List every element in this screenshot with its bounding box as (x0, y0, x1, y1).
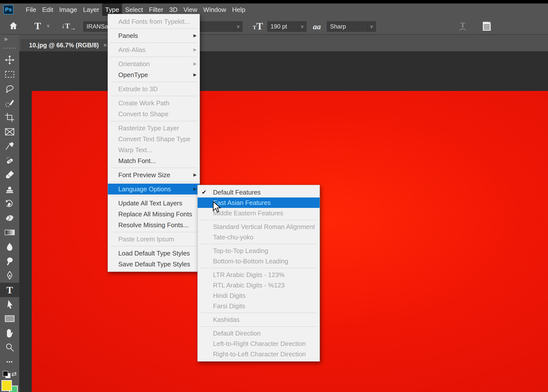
menu-item-orientation: Orientation▶ (108, 58, 200, 69)
menu-item-font-preview-size[interactable]: Font Preview Size▶ (108, 169, 200, 180)
menu-item-save-default-type-styles[interactable]: Save Default Type Styles (108, 259, 200, 270)
submenu-arrow-icon: ▶ (193, 69, 197, 80)
document-tab[interactable]: 10.jpg @ 66.7% (RGB/8) × (21, 39, 108, 51)
text-orientation-icon[interactable]: ↓ T → (60, 20, 77, 32)
swap-colors-icon[interactable]: ⇄ (11, 370, 17, 378)
brush-tool[interactable] (0, 168, 19, 182)
label: Warp Text... (118, 146, 152, 154)
close-icon[interactable]: × (103, 41, 107, 49)
frame-tool[interactable] (0, 125, 19, 139)
submenu-item-default-direction: Default Direction (198, 328, 320, 338)
toolbar-grip[interactable] (3, 48, 16, 49)
submenu-item-hindi-digits: Hindi Digits (198, 290, 320, 301)
type-tool[interactable]: T (0, 283, 19, 297)
photoshop-logo-text: Ps (5, 6, 12, 13)
menu-separator (110, 57, 197, 57)
label: LTR Arabic Digits - 123% (213, 271, 285, 279)
menu-item-anti-alias: Anti-Alias▶ (108, 44, 200, 55)
default-swatches-icon[interactable] (2, 371, 11, 380)
label: Convert to Shape (118, 110, 168, 118)
menu-item-paste-lorem-ipsum: Paste Lorem Ipsum (108, 234, 200, 245)
submenu-item-bottom-to-bottom-leading: Bottom-to-Bottom Leading (198, 256, 320, 266)
divider (248, 19, 248, 32)
hand-tool[interactable] (0, 326, 19, 340)
label: Panels (118, 32, 138, 39)
menu-window[interactable]: Window (200, 3, 229, 16)
chevron-down-icon: ∨ (298, 22, 306, 31)
submenu-item-default-features[interactable]: ✔Default Features (198, 187, 320, 197)
menu-item-update-all-text-layers[interactable]: Update All Text Layers (108, 198, 200, 209)
menu-item-opentype[interactable]: OpenType▶ (108, 69, 200, 80)
submenu-item-ltr-character-direction: Left-to-Right Character Direction (198, 338, 320, 349)
lasso-tool[interactable] (0, 82, 19, 96)
dodge-tool[interactable] (0, 254, 19, 268)
menu-file[interactable]: File (23, 3, 39, 16)
history-brush-tool[interactable] (0, 196, 19, 211)
menu-edit[interactable]: Edit (39, 3, 56, 16)
menu-item-create-work-path: Create Work Path (108, 98, 200, 109)
quick-selection-tool[interactable] (0, 96, 19, 110)
submenu-arrow-icon: ▶ (193, 169, 197, 180)
move-tool[interactable] (0, 53, 19, 67)
chevron-down-icon: ∨ (234, 22, 242, 31)
menu-item-language-options[interactable]: Language Options▶ (108, 184, 200, 195)
home-icon[interactable] (8, 21, 18, 31)
label: Replace All Missing Fonts (118, 210, 192, 218)
label: Font Preview Size (118, 171, 170, 179)
label: Anti-Alias (118, 46, 146, 54)
type-tool-icon[interactable]: T (32, 20, 44, 31)
menu-separator (110, 28, 197, 29)
blur-tool[interactable] (0, 240, 19, 254)
menu-layer[interactable]: Layer (80, 3, 102, 16)
menu-separator (110, 182, 197, 182)
label: Hindi Digits (213, 292, 246, 299)
rectangle-tool[interactable] (0, 311, 19, 326)
menu-item-warp-text: Warp Text... (108, 144, 200, 155)
tt-small: T (253, 24, 256, 31)
eyedropper-tool[interactable] (0, 139, 19, 153)
toolbar-expand-icon[interactable]: » (4, 35, 6, 43)
font-size-select[interactable]: 190 pt ∨ (267, 21, 306, 32)
crop-tool[interactable] (0, 110, 19, 125)
foreground-color-swatch[interactable] (1, 380, 12, 391)
menu-item-load-default-type-styles[interactable]: Load Default Type Styles (108, 248, 200, 259)
label: Standard Vertical Roman Alignment (213, 223, 315, 230)
menu-separator (200, 326, 317, 327)
photoshop-logo-icon[interactable]: Ps (3, 5, 13, 14)
eraser-tool[interactable] (0, 211, 19, 225)
anti-alias-select[interactable]: Sharp ∨ (327, 21, 376, 32)
label: Match Font... (118, 157, 156, 165)
menu-image[interactable]: Image (56, 3, 80, 16)
menu-separator (110, 232, 197, 232)
rectangular-marquee-tool[interactable] (0, 67, 19, 82)
tool-bar: » T (0, 35, 19, 392)
label: Update All Text Layers (118, 199, 182, 207)
menu-item-rasterize-type-layer: Rasterize Type Layer (108, 123, 200, 134)
gradient-tool[interactable] (0, 225, 19, 240)
type-tool-letter: T (34, 20, 41, 32)
anti-alias-value: Sharp (327, 23, 367, 30)
zoom-tool[interactable] (0, 340, 19, 355)
path-selection-tool[interactable] (0, 297, 19, 311)
options-bar: T ∨ ↓ T → IRANSans ∨ TT 190 pt ∨ aa Shar… (0, 16, 548, 35)
toggle-panels-icon[interactable] (481, 20, 493, 32)
menu-separator (110, 96, 197, 96)
pen-tool[interactable] (0, 268, 19, 283)
label: Save Default Type Styles (118, 260, 190, 268)
menu-item-match-font[interactable]: Match Font... (108, 155, 200, 166)
font-style-select[interactable]: ∨ (199, 21, 243, 32)
tool-preset-chevron-icon[interactable]: ∨ (45, 23, 51, 28)
submenu-item-ltr-arabic-digits: LTR Arabic Digits - 123% (198, 270, 320, 280)
menu-item-panels[interactable]: Panels▶ (108, 30, 200, 41)
edit-toolbar-icon[interactable]: ••• (0, 355, 19, 369)
divider (498, 19, 498, 32)
warp-text-icon: T (456, 20, 470, 32)
spot-healing-brush-tool[interactable] (0, 153, 19, 168)
clone-stamp-tool[interactable] (0, 182, 19, 196)
submenu-item-kashidas: Kashidas (198, 314, 320, 325)
menu-separator (200, 220, 317, 220)
menu-item-resolve-missing-fonts[interactable]: Resolve Missing Fonts... (108, 220, 200, 230)
label: Right-to-Left Character Direction (213, 350, 306, 358)
menu-help[interactable]: Help (229, 3, 248, 16)
menu-item-replace-all-missing-fonts[interactable]: Replace All Missing Fonts (108, 209, 200, 220)
